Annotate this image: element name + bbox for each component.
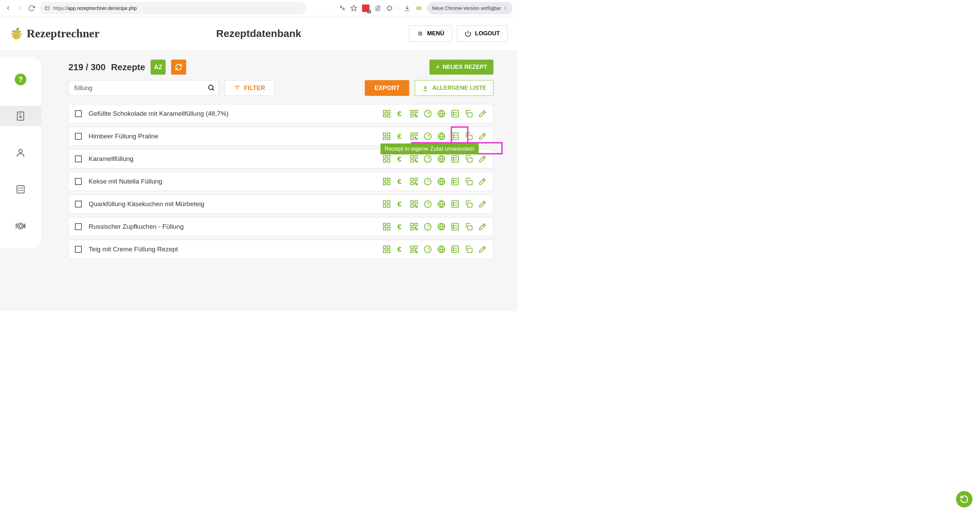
globe-icon[interactable] (437, 155, 446, 163)
row-checkbox[interactable] (75, 155, 82, 162)
recipe-row[interactable]: Himbeer Füllung Praline€Rezept in eigene… (68, 127, 493, 146)
edit-icon[interactable] (478, 109, 487, 118)
list-convert-icon[interactable] (451, 109, 460, 118)
copy-icon[interactable] (465, 177, 473, 186)
qr-icon[interactable] (410, 177, 418, 186)
euro-icon[interactable]: € (396, 245, 405, 254)
euro-icon[interactable]: € (396, 109, 405, 118)
euro-icon[interactable]: € (396, 177, 405, 186)
row-actions: € (382, 109, 487, 118)
list-convert-icon[interactable] (451, 199, 460, 209)
recipe-row[interactable]: Gefüllte Schokolade mit Karamellfüllung … (68, 104, 493, 123)
sidebar-item-lists[interactable] (0, 179, 41, 199)
app-ext-icon[interactable] (415, 5, 422, 12)
globe-icon[interactable] (437, 245, 446, 254)
recipe-row[interactable]: Russischer Zupfkuchen - Füllung€ (68, 217, 493, 236)
grid-icon[interactable] (382, 245, 391, 254)
meter-icon[interactable] (423, 222, 432, 231)
translate-icon[interactable] (339, 5, 345, 12)
copy-icon[interactable] (465, 245, 473, 254)
grid-icon[interactable] (382, 199, 391, 209)
new-recipe-button[interactable]: + NEUES REZEPT (430, 60, 493, 75)
download-icon[interactable] (404, 5, 410, 12)
row-checkbox[interactable] (75, 178, 82, 185)
edit-icon[interactable] (478, 132, 487, 141)
edit-icon[interactable] (478, 199, 487, 209)
search-icon[interactable] (207, 84, 215, 91)
site-settings-icon[interactable] (45, 5, 50, 11)
meter-icon[interactable] (423, 177, 432, 186)
address-bar[interactable]: https://app.rezeptrechner.de/recipe.php (40, 2, 307, 14)
row-checkbox[interactable] (75, 223, 82, 230)
sidebar-item-recipes[interactable] (0, 106, 41, 126)
extensions-icon[interactable] (374, 5, 381, 12)
search-input[interactable] (68, 80, 219, 96)
meter-icon[interactable] (423, 109, 432, 118)
qr-icon[interactable] (410, 245, 418, 254)
forward-icon[interactable] (16, 5, 23, 12)
row-checkbox[interactable] (75, 246, 82, 253)
edit-icon[interactable] (478, 177, 487, 186)
qr-icon[interactable] (410, 155, 418, 163)
reload-icon[interactable] (28, 5, 35, 12)
svg-rect-8 (17, 186, 24, 193)
qr-icon[interactable] (410, 222, 418, 231)
globe-icon[interactable] (437, 199, 446, 209)
recipe-row[interactable]: Teig mit Creme Füllung Rezept€ (68, 240, 493, 259)
row-checkbox[interactable] (75, 201, 82, 207)
globe-icon[interactable] (437, 132, 446, 141)
copy-icon[interactable] (465, 155, 473, 163)
brand[interactable]: Rezeptrechner (10, 27, 100, 40)
edit-icon[interactable] (478, 155, 487, 163)
meter-icon[interactable] (423, 245, 432, 254)
edit-icon[interactable] (478, 245, 487, 254)
grid-icon[interactable] (382, 109, 391, 118)
filter-button[interactable]: FILTER (224, 80, 274, 96)
grid-icon[interactable] (382, 222, 391, 231)
euro-icon[interactable]: € (396, 155, 405, 163)
recipe-row[interactable]: Kekse mit Nutella Füllung€ (68, 172, 493, 191)
qr-icon[interactable] (410, 199, 418, 209)
meter-icon[interactable] (423, 155, 432, 163)
euro-icon[interactable]: € (396, 199, 405, 209)
back-icon[interactable] (5, 5, 12, 12)
logout-button[interactable]: LOGOUT (457, 26, 508, 42)
copy-icon[interactable] (465, 199, 473, 209)
globe-icon[interactable] (437, 177, 446, 186)
export-button[interactable]: EXPORT (365, 80, 409, 96)
sort-button[interactable]: AZ (151, 60, 165, 75)
meter-icon[interactable] (423, 132, 432, 141)
qr-icon[interactable] (410, 132, 418, 141)
row-checkbox[interactable] (75, 133, 82, 140)
recipe-row[interactable]: Quarkfüllung Käsekuchen mit Mürbeteig€ (68, 195, 493, 214)
grid-icon[interactable] (382, 177, 391, 186)
sidebar-item-account[interactable] (0, 142, 41, 163)
row-checkbox[interactable] (75, 110, 82, 117)
allergen-list-button[interactable]: ALLERGENE LISTE (415, 80, 493, 96)
list-convert-icon[interactable] (451, 222, 460, 231)
qr-icon[interactable] (410, 109, 418, 118)
globe-icon[interactable] (437, 109, 446, 118)
refresh-button[interactable] (171, 60, 186, 75)
list-convert-icon[interactable] (451, 155, 460, 163)
copy-icon[interactable] (465, 109, 473, 118)
copy-icon[interactable] (465, 222, 473, 231)
copy-icon[interactable] (465, 132, 473, 141)
sidebar-item-meals[interactable] (0, 216, 41, 236)
grid-icon[interactable] (382, 132, 391, 141)
list-convert-icon[interactable] (451, 132, 460, 141)
chrome-update-pill[interactable]: Neue Chrome-Version verfügbar ⋮ (427, 2, 512, 14)
euro-icon[interactable]: € (396, 222, 405, 231)
edit-icon[interactable] (478, 222, 487, 231)
grid-icon[interactable] (382, 155, 391, 163)
puzzle-icon[interactable] (386, 5, 393, 12)
list-convert-icon[interactable] (451, 177, 460, 186)
meter-icon[interactable] (423, 199, 432, 209)
sidebar-item-help[interactable]: ? (0, 69, 41, 89)
star-icon[interactable] (350, 5, 357, 12)
globe-icon[interactable] (437, 222, 446, 231)
extension-badge[interactable] (362, 5, 369, 12)
menu-button[interactable]: MENÜ (409, 26, 452, 42)
euro-icon[interactable]: € (396, 132, 405, 141)
list-convert-icon[interactable] (451, 245, 460, 254)
